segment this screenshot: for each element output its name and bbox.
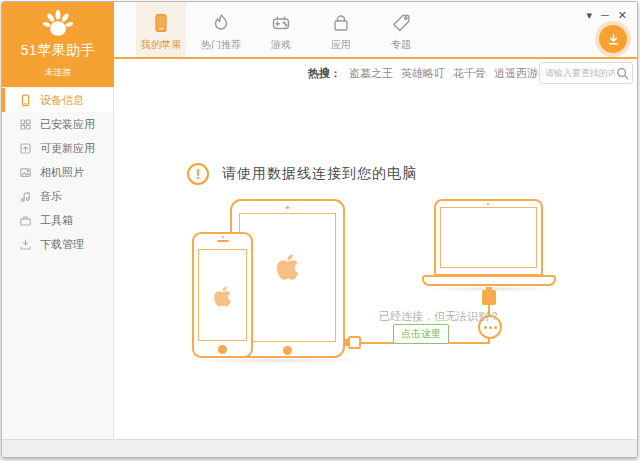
- search-row: 热搜： 盗墓之王 英雄略叮 花千骨 逍遥西游: [114, 59, 638, 87]
- sidebar-item-label: 设备信息: [40, 93, 84, 108]
- tablet-camera-dot: [286, 206, 289, 209]
- app-grid-icon: [19, 118, 32, 131]
- tab-label: 我的苹果: [141, 38, 181, 52]
- exclamation-glyph: !: [196, 166, 201, 182]
- sidebar-item-download-manager[interactable]: 下载管理: [2, 232, 113, 256]
- brand-block: 51苹果助手 未连接: [2, 2, 114, 87]
- nav-tabs: 我的苹果 热门推荐 游戏: [136, 2, 426, 57]
- sidebar-item-toolbox[interactable]: 工具箱: [2, 208, 113, 232]
- phone-camera-dot: [222, 236, 224, 238]
- tab-label: 应用: [331, 38, 351, 52]
- shopping-bag-icon: [330, 12, 352, 34]
- laptop-illustration: [434, 199, 543, 276]
- download-manager-button[interactable]: [599, 25, 627, 53]
- search-icon[interactable]: [616, 67, 629, 80]
- close-icon[interactable]: ✕: [618, 9, 627, 21]
- hot-search-label: 热搜：: [308, 66, 341, 81]
- sidebar-item-device-info[interactable]: 设备信息: [2, 88, 113, 112]
- download-tray-icon: [19, 238, 32, 251]
- status-bar: [2, 439, 637, 457]
- claw-logo-icon: [42, 8, 74, 40]
- sidebar-item-label: 工具箱: [40, 213, 73, 228]
- laptop-screen: [440, 207, 537, 268]
- search-box: [539, 62, 633, 84]
- gamepad-icon: [270, 12, 292, 34]
- sidebar-item-camera-photos[interactable]: 相机照片: [2, 160, 113, 184]
- search-input[interactable]: [545, 64, 615, 82]
- toolbar: 我的苹果 热门推荐 游戏: [114, 2, 638, 59]
- apple-logo-icon: [274, 251, 301, 283]
- sidebar-item-label: 相机照片: [40, 165, 84, 180]
- laptop-camera-dot: [487, 203, 489, 205]
- app-title: 51苹果助手: [21, 42, 96, 60]
- phone-home-button: [218, 345, 227, 354]
- tab-hot-recommend[interactable]: 热门推荐: [196, 2, 246, 57]
- phone-icon: [150, 12, 172, 34]
- tab-label: 专题: [391, 38, 411, 52]
- app-window: 我的苹果 热门推荐 游戏: [1, 1, 638, 458]
- tag-icon: [390, 12, 412, 34]
- devices-shadow: [183, 357, 369, 364]
- device-icon: [19, 94, 32, 107]
- tablet-home-button: [283, 346, 292, 355]
- sidebar-item-label: 音乐: [40, 189, 62, 204]
- sidebar-item-updatable-apps[interactable]: 可更新应用: [2, 136, 113, 160]
- tab-apps[interactable]: 应用: [316, 2, 366, 57]
- usb-plug-left-icon: [348, 336, 361, 349]
- update-icon: [19, 142, 32, 155]
- laptop-base: [422, 275, 556, 286]
- hot-term[interactable]: 花千骨: [453, 66, 486, 81]
- tab-topics[interactable]: 专题: [376, 2, 426, 57]
- download-arrow-icon: [606, 32, 621, 47]
- sidebar-item-label: 下载管理: [40, 237, 84, 252]
- hot-search: 热搜： 盗墓之王 英雄略叮 花千骨 逍遥西游: [308, 59, 538, 87]
- sidebar-item-music[interactable]: 音乐: [2, 184, 113, 208]
- minimize-icon[interactable]: ─: [601, 9, 609, 21]
- connection-status: 未连接: [45, 66, 72, 79]
- phone-illustration: [192, 232, 253, 358]
- sidebar-item-label: 已安装应用: [40, 117, 95, 132]
- window-controls: ▾ ─ ✕: [586, 9, 627, 21]
- hot-term[interactable]: 英雄略叮: [401, 66, 445, 81]
- tab-label: 热门推荐: [201, 38, 241, 52]
- hot-term[interactable]: 逍遥西游: [494, 66, 538, 81]
- click-here-button[interactable]: 点击这里: [393, 324, 449, 344]
- sidebar-item-installed-apps[interactable]: 已安装应用: [2, 112, 113, 136]
- menu-caret-icon[interactable]: ▾: [586, 9, 592, 21]
- main-content: ! 请使用数据线连接到您的电脑: [115, 87, 638, 442]
- music-note-icon: [19, 190, 32, 203]
- exclamation-icon: !: [187, 163, 209, 185]
- tab-games[interactable]: 游戏: [256, 2, 306, 57]
- sidebar: 设备信息 已安装应用 可更新应用 相机照片 音乐: [2, 87, 114, 442]
- apple-logo-icon: [212, 284, 233, 309]
- phone-speaker: [217, 240, 229, 242]
- sidebar-item-label: 可更新应用: [40, 141, 95, 156]
- toolbox-icon: [19, 214, 32, 227]
- tab-my-apple[interactable]: 我的苹果: [136, 2, 186, 57]
- hot-term[interactable]: 盗墓之王: [349, 66, 393, 81]
- usb-plug-icon: [482, 290, 496, 305]
- photo-icon: [19, 166, 32, 179]
- tab-label: 游戏: [271, 38, 291, 52]
- connect-message-text: 请使用数据线连接到您的电脑: [222, 165, 417, 183]
- recognize-hint-text: 已经连接，但无法识别？: [379, 309, 500, 324]
- flame-icon: [210, 12, 232, 34]
- connect-message: ! 请使用数据线连接到您的电脑: [187, 163, 417, 185]
